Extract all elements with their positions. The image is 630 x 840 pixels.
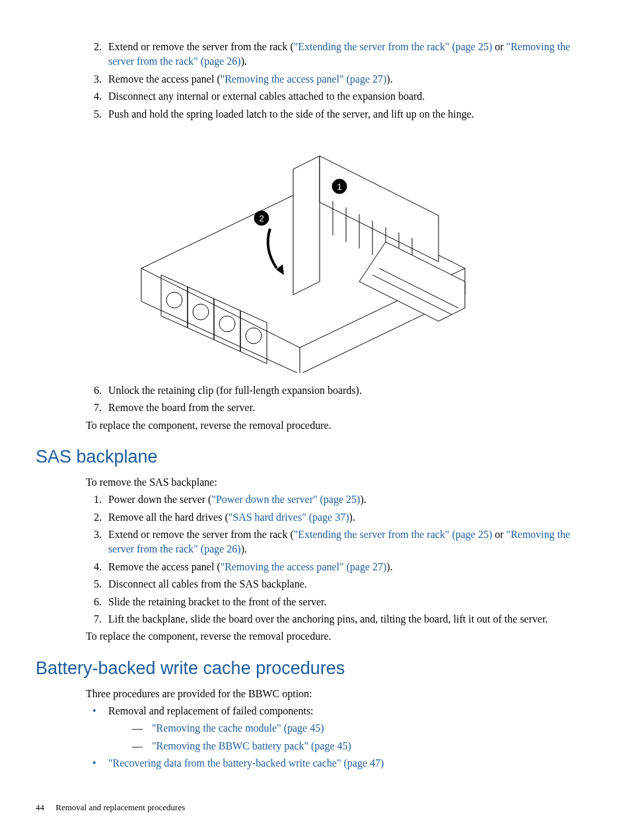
step-text: Power down the server ("Power down the s…	[108, 494, 367, 505]
step-number: 6.	[86, 383, 102, 398]
step-text: Push and hold the spring loaded latch to…	[108, 108, 474, 120]
step-text: Extend or remove the server from the rac…	[108, 41, 570, 67]
sas-intro: To remove the SAS backplane:	[86, 475, 594, 490]
sas-step-3: 3. Extend or remove the server from the …	[86, 527, 594, 557]
after-figure-steps: 6. Unlock the retaining clip (for full-l…	[86, 383, 594, 416]
step-4: 4. Disconnect any internal or external c…	[86, 89, 594, 104]
link-remove-access-panel-2[interactable]: "Removing the access panel" (page 27)	[221, 561, 387, 572]
step-text: Unlock the retaining clip (for full-leng…	[108, 385, 362, 396]
subdash-remove-cache: "Removing the cache module" (page 45)	[132, 721, 594, 736]
callout-1: 1	[337, 182, 341, 192]
step-number: 2.	[86, 40, 102, 54]
top-steps: 2. Extend or remove the server from the …	[86, 40, 594, 122]
step-text: Slide the retaining bracket to the front…	[108, 596, 327, 607]
sas-steps: 1. Power down the server ("Power down th…	[86, 492, 594, 627]
step-number: 4.	[86, 89, 102, 104]
sas-step-5: 5. Disconnect all cables from the SAS ba…	[86, 577, 594, 592]
server-expansion-board-diagram: 1 2	[122, 130, 474, 373]
step-number: 6.	[86, 595, 102, 609]
step-text: Extend or remove the server from the rac…	[108, 529, 570, 554]
bbwc-intro: Three procedures are provided for the BB…	[86, 687, 594, 701]
step-text: Remove all the hard drives ("SAS hard dr…	[108, 512, 355, 523]
step-number: 3.	[86, 72, 102, 87]
callout-2: 2	[259, 213, 263, 223]
replace-paragraph: To replace the component, reverse the re…	[86, 418, 594, 433]
sas-step-7: 7. Lift the backplane, slide the board o…	[86, 612, 594, 627]
step-number: 5.	[86, 107, 102, 122]
step-6: 6. Unlock the retaining clip (for full-l…	[86, 383, 594, 398]
svg-marker-12	[293, 156, 320, 295]
sas-step-6: 6. Slide the retaining bracket to the fr…	[86, 595, 594, 609]
link-extend-server[interactable]: "Extending the server from the rack" (pa…	[294, 41, 493, 52]
step-text: Lift the backplane, slide the board over…	[108, 613, 548, 625]
step-number: 4.	[86, 560, 102, 574]
sas-step-4: 4. Remove the access panel ("Removing th…	[86, 560, 594, 574]
page-footer: 44 Removal and replacement procedures	[36, 802, 185, 814]
step-text: Disconnect any internal or external cabl…	[108, 91, 425, 102]
step-number: 5.	[86, 577, 102, 592]
step-number: 7.	[86, 612, 102, 627]
replace-paragraph-2: To replace the component, reverse the re…	[86, 629, 594, 644]
link-extend-server-2[interactable]: "Extending the server from the rack" (pa…	[294, 529, 493, 540]
step-text: Remove the access panel ("Removing the a…	[108, 561, 393, 572]
step-2: 2. Extend or remove the server from the …	[86, 40, 594, 69]
bullet-text: Removal and replacement of failed compon…	[108, 705, 314, 716]
page-number: 44	[36, 802, 44, 812]
step-text: Disconnect all cables from the SAS backp…	[108, 578, 307, 590]
step-text: Remove the access panel ("Removing the a…	[108, 73, 393, 85]
sas-step-2: 2. Remove all the hard drives ("SAS hard…	[86, 510, 594, 525]
link-remove-bbwc-battery[interactable]: "Removing the BBWC battery pack" (page 4…	[152, 740, 351, 751]
link-remove-cache-module[interactable]: "Removing the cache module" (page 45)	[152, 722, 324, 734]
link-remove-access-panel[interactable]: "Removing the access panel" (page 27)	[221, 73, 387, 85]
subdash-remove-battery: "Removing the BBWC battery pack" (page 4…	[132, 739, 594, 753]
link-recovering-data[interactable]: "Recovering data from the battery-backed…	[108, 757, 384, 769]
step-number: 3.	[86, 527, 102, 542]
bullet-recovering-data: "Recovering data from the battery-backed…	[86, 756, 594, 771]
sas-step-1: 1. Power down the server ("Power down th…	[86, 492, 594, 507]
link-power-down[interactable]: "Power down the server" (page 25)	[211, 494, 360, 505]
step-number: 7.	[86, 401, 102, 415]
bbwc-bullets: Removal and replacement of failed compon…	[86, 704, 594, 771]
bbwc-heading: Battery-backed write cache procedures	[36, 656, 594, 681]
bbwc-sub-list: "Removing the cache module" (page 45) "R…	[132, 721, 594, 753]
step-3: 3. Remove the access panel ("Removing th…	[86, 72, 594, 87]
bullet-removal-replacement: Removal and replacement of failed compon…	[86, 704, 594, 753]
chapter-title: Removal and replacement procedures	[55, 802, 185, 812]
step-5: 5. Push and hold the spring loaded latch…	[86, 107, 594, 122]
step-number: 1.	[86, 492, 102, 507]
step-text: Remove the board from the server.	[108, 402, 255, 413]
step-7: 7. Remove the board from the server.	[86, 401, 594, 415]
link-sas-hard-drives[interactable]: "SAS hard drives" (page 37)	[228, 512, 349, 523]
sas-backplane-heading: SAS backplane	[36, 445, 594, 470]
step-number: 2.	[86, 510, 102, 525]
